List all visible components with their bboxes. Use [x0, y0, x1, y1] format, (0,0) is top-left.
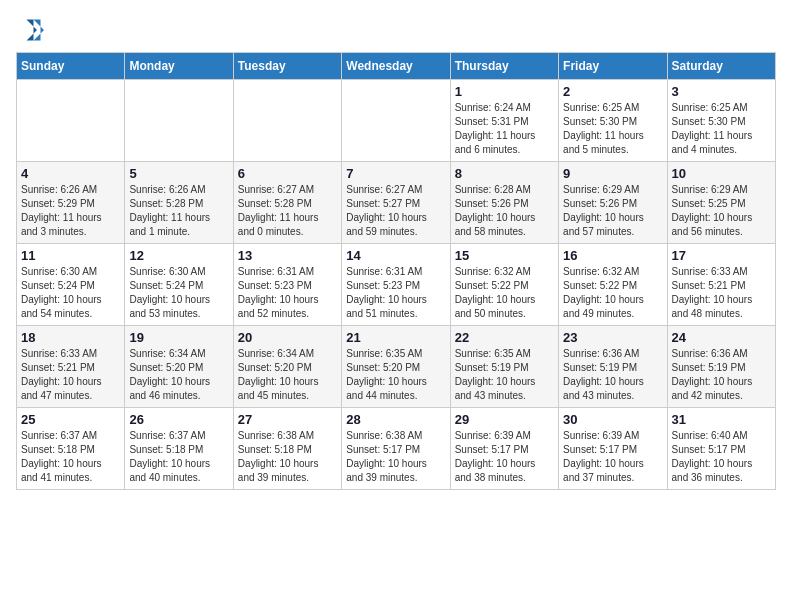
day-info-30: Sunrise: 6:39 AMSunset: 5:17 PMDaylight:… [563, 429, 662, 485]
calendar-cell-4-4: 29Sunrise: 6:39 AMSunset: 5:17 PMDayligh… [450, 408, 558, 490]
header-row: SundayMondayTuesdayWednesdayThursdayFrid… [17, 53, 776, 80]
day-info-18: Sunrise: 6:33 AMSunset: 5:21 PMDaylight:… [21, 347, 120, 403]
header-sunday: Sunday [17, 53, 125, 80]
day-number-14: 14 [346, 248, 445, 263]
calendar-cell-4-6: 31Sunrise: 6:40 AMSunset: 5:17 PMDayligh… [667, 408, 775, 490]
calendar-cell-2-5: 16Sunrise: 6:32 AMSunset: 5:22 PMDayligh… [559, 244, 667, 326]
day-info-17: Sunrise: 6:33 AMSunset: 5:21 PMDaylight:… [672, 265, 771, 321]
calendar-body: 1Sunrise: 6:24 AMSunset: 5:31 PMDaylight… [17, 80, 776, 490]
day-number-9: 9 [563, 166, 662, 181]
calendar-cell-4-0: 25Sunrise: 6:37 AMSunset: 5:18 PMDayligh… [17, 408, 125, 490]
calendar-cell-0-5: 2Sunrise: 6:25 AMSunset: 5:30 PMDaylight… [559, 80, 667, 162]
day-info-3: Sunrise: 6:25 AMSunset: 5:30 PMDaylight:… [672, 101, 771, 157]
calendar-cell-0-1 [125, 80, 233, 162]
day-number-28: 28 [346, 412, 445, 427]
calendar-cell-0-6: 3Sunrise: 6:25 AMSunset: 5:30 PMDaylight… [667, 80, 775, 162]
day-number-1: 1 [455, 84, 554, 99]
day-number-30: 30 [563, 412, 662, 427]
calendar-cell-4-5: 30Sunrise: 6:39 AMSunset: 5:17 PMDayligh… [559, 408, 667, 490]
header-thursday: Thursday [450, 53, 558, 80]
day-info-9: Sunrise: 6:29 AMSunset: 5:26 PMDaylight:… [563, 183, 662, 239]
calendar-cell-0-4: 1Sunrise: 6:24 AMSunset: 5:31 PMDaylight… [450, 80, 558, 162]
logo-icon [16, 16, 44, 44]
day-info-6: Sunrise: 6:27 AMSunset: 5:28 PMDaylight:… [238, 183, 337, 239]
calendar-cell-2-1: 12Sunrise: 6:30 AMSunset: 5:24 PMDayligh… [125, 244, 233, 326]
day-number-27: 27 [238, 412, 337, 427]
calendar-table: SundayMondayTuesdayWednesdayThursdayFrid… [16, 52, 776, 490]
day-number-8: 8 [455, 166, 554, 181]
day-info-24: Sunrise: 6:36 AMSunset: 5:19 PMDaylight:… [672, 347, 771, 403]
week-row-1: 1Sunrise: 6:24 AMSunset: 5:31 PMDaylight… [17, 80, 776, 162]
day-number-24: 24 [672, 330, 771, 345]
calendar-cell-4-2: 27Sunrise: 6:38 AMSunset: 5:18 PMDayligh… [233, 408, 341, 490]
day-number-11: 11 [21, 248, 120, 263]
day-number-19: 19 [129, 330, 228, 345]
calendar-cell-4-1: 26Sunrise: 6:37 AMSunset: 5:18 PMDayligh… [125, 408, 233, 490]
calendar-cell-3-0: 18Sunrise: 6:33 AMSunset: 5:21 PMDayligh… [17, 326, 125, 408]
day-info-26: Sunrise: 6:37 AMSunset: 5:18 PMDaylight:… [129, 429, 228, 485]
day-number-22: 22 [455, 330, 554, 345]
day-number-25: 25 [21, 412, 120, 427]
day-number-18: 18 [21, 330, 120, 345]
calendar-header: SundayMondayTuesdayWednesdayThursdayFrid… [17, 53, 776, 80]
day-info-4: Sunrise: 6:26 AMSunset: 5:29 PMDaylight:… [21, 183, 120, 239]
day-info-31: Sunrise: 6:40 AMSunset: 5:17 PMDaylight:… [672, 429, 771, 485]
header-wednesday: Wednesday [342, 53, 450, 80]
day-number-16: 16 [563, 248, 662, 263]
calendar-cell-2-2: 13Sunrise: 6:31 AMSunset: 5:23 PMDayligh… [233, 244, 341, 326]
calendar-cell-0-2 [233, 80, 341, 162]
day-number-2: 2 [563, 84, 662, 99]
day-info-20: Sunrise: 6:34 AMSunset: 5:20 PMDaylight:… [238, 347, 337, 403]
day-number-26: 26 [129, 412, 228, 427]
calendar-cell-1-1: 5Sunrise: 6:26 AMSunset: 5:28 PMDaylight… [125, 162, 233, 244]
day-info-8: Sunrise: 6:28 AMSunset: 5:26 PMDaylight:… [455, 183, 554, 239]
day-number-15: 15 [455, 248, 554, 263]
calendar-cell-3-6: 24Sunrise: 6:36 AMSunset: 5:19 PMDayligh… [667, 326, 775, 408]
day-info-23: Sunrise: 6:36 AMSunset: 5:19 PMDaylight:… [563, 347, 662, 403]
day-info-27: Sunrise: 6:38 AMSunset: 5:18 PMDaylight:… [238, 429, 337, 485]
calendar-cell-1-4: 8Sunrise: 6:28 AMSunset: 5:26 PMDaylight… [450, 162, 558, 244]
day-number-29: 29 [455, 412, 554, 427]
day-info-25: Sunrise: 6:37 AMSunset: 5:18 PMDaylight:… [21, 429, 120, 485]
day-info-28: Sunrise: 6:38 AMSunset: 5:17 PMDaylight:… [346, 429, 445, 485]
day-info-5: Sunrise: 6:26 AMSunset: 5:28 PMDaylight:… [129, 183, 228, 239]
day-info-11: Sunrise: 6:30 AMSunset: 5:24 PMDaylight:… [21, 265, 120, 321]
week-row-3: 11Sunrise: 6:30 AMSunset: 5:24 PMDayligh… [17, 244, 776, 326]
calendar-cell-2-0: 11Sunrise: 6:30 AMSunset: 5:24 PMDayligh… [17, 244, 125, 326]
calendar-cell-3-2: 20Sunrise: 6:34 AMSunset: 5:20 PMDayligh… [233, 326, 341, 408]
header-tuesday: Tuesday [233, 53, 341, 80]
day-info-12: Sunrise: 6:30 AMSunset: 5:24 PMDaylight:… [129, 265, 228, 321]
week-row-5: 25Sunrise: 6:37 AMSunset: 5:18 PMDayligh… [17, 408, 776, 490]
day-info-16: Sunrise: 6:32 AMSunset: 5:22 PMDaylight:… [563, 265, 662, 321]
day-info-15: Sunrise: 6:32 AMSunset: 5:22 PMDaylight:… [455, 265, 554, 321]
day-info-21: Sunrise: 6:35 AMSunset: 5:20 PMDaylight:… [346, 347, 445, 403]
calendar-cell-1-0: 4Sunrise: 6:26 AMSunset: 5:29 PMDaylight… [17, 162, 125, 244]
logo [16, 16, 48, 44]
day-number-5: 5 [129, 166, 228, 181]
day-number-23: 23 [563, 330, 662, 345]
calendar-cell-1-2: 6Sunrise: 6:27 AMSunset: 5:28 PMDaylight… [233, 162, 341, 244]
page-header [16, 16, 776, 44]
calendar-cell-0-0 [17, 80, 125, 162]
day-number-17: 17 [672, 248, 771, 263]
header-friday: Friday [559, 53, 667, 80]
day-number-31: 31 [672, 412, 771, 427]
day-info-14: Sunrise: 6:31 AMSunset: 5:23 PMDaylight:… [346, 265, 445, 321]
header-saturday: Saturday [667, 53, 775, 80]
day-number-6: 6 [238, 166, 337, 181]
day-info-2: Sunrise: 6:25 AMSunset: 5:30 PMDaylight:… [563, 101, 662, 157]
calendar-cell-1-6: 10Sunrise: 6:29 AMSunset: 5:25 PMDayligh… [667, 162, 775, 244]
calendar-cell-2-4: 15Sunrise: 6:32 AMSunset: 5:22 PMDayligh… [450, 244, 558, 326]
day-info-10: Sunrise: 6:29 AMSunset: 5:25 PMDaylight:… [672, 183, 771, 239]
calendar-cell-3-1: 19Sunrise: 6:34 AMSunset: 5:20 PMDayligh… [125, 326, 233, 408]
day-info-7: Sunrise: 6:27 AMSunset: 5:27 PMDaylight:… [346, 183, 445, 239]
calendar-cell-3-5: 23Sunrise: 6:36 AMSunset: 5:19 PMDayligh… [559, 326, 667, 408]
calendar-cell-3-4: 22Sunrise: 6:35 AMSunset: 5:19 PMDayligh… [450, 326, 558, 408]
day-number-13: 13 [238, 248, 337, 263]
calendar-cell-2-6: 17Sunrise: 6:33 AMSunset: 5:21 PMDayligh… [667, 244, 775, 326]
calendar-cell-4-3: 28Sunrise: 6:38 AMSunset: 5:17 PMDayligh… [342, 408, 450, 490]
day-number-7: 7 [346, 166, 445, 181]
header-monday: Monday [125, 53, 233, 80]
day-number-21: 21 [346, 330, 445, 345]
calendar-cell-1-3: 7Sunrise: 6:27 AMSunset: 5:27 PMDaylight… [342, 162, 450, 244]
